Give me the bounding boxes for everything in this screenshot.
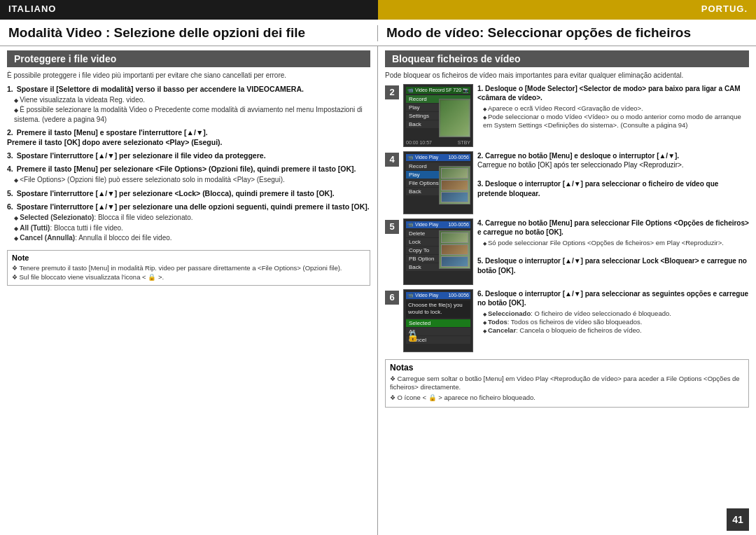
step-text-5: 4. Carregue no botão [Menu] para selecci… — [477, 218, 749, 285]
page: ITALIANO PORTUG. Modalità Video : Selezi… — [0, 0, 756, 535]
col-right: Bloquear ficheiros de vídeo Pode bloquea… — [378, 46, 756, 535]
step-content-4: 📹 Video Play 100-0056 Record Play File O… — [403, 151, 749, 214]
list-item: Sul file bloccato viene visualizzata l'i… — [12, 273, 365, 282]
intro-text-right: Pode bloquear os ficheiros de vídeo mais… — [385, 71, 749, 80]
notas-title: Notas — [390, 363, 744, 373]
note-title-left: Note — [12, 253, 365, 262]
intro-text-left: È possibile proteggere i file video più … — [7, 71, 370, 80]
lang-bar-italiano: ITALIANO — [0, 0, 378, 20]
list-item: Cancelar: Cancela o bloqueio de ficheiro… — [483, 326, 749, 335]
list-item: Pode seleccionar o modo Vídeo <Vídeo> ou… — [483, 113, 749, 130]
cam-screen-4: 📹 Video Play 100-0056 Record Play File O… — [403, 151, 473, 214]
lang-bars: ITALIANO PORTUG. — [0, 0, 756, 20]
page-number: 41 — [727, 508, 749, 531]
cam-topbar-4: 📹 Video Play 100-0056 — [406, 154, 470, 161]
cam-image-4 — [439, 166, 470, 204]
main-title-right: Modo de vídeo: Seleccionar opções de fic… — [378, 25, 756, 41]
list-item: 4. Premere il tasto [Menu] per seleziona… — [7, 164, 370, 185]
section-header-left: Proteggere i file video — [7, 50, 370, 67]
content-area: Proteggere i file video È possibile prot… — [0, 46, 756, 535]
cam-topbar-2: 📹 Video Record SF 720 📷 — [406, 87, 470, 94]
lock-icon: 🔒 — [407, 331, 419, 342]
selected-option: Selected — [406, 319, 470, 327]
right-step-5: 5 📹 Video Play 100-0056 Delete Lock Copy… — [385, 218, 749, 285]
list-item: 6. Spostare l'interruttore [▲/▼] per sel… — [7, 202, 370, 242]
cam-topbar-6: 📹 Video Play 100-0056 — [406, 292, 470, 299]
step-content-5: 📹 Video Play 100-0056 Delete Lock Copy T… — [403, 218, 749, 285]
step-badge-5: 5 — [385, 220, 399, 234]
notas-bullets: Carregue sem soltar o botão [Menu] em Vi… — [390, 375, 744, 403]
section-header-right: Bloquear ficheiros de vídeo — [385, 50, 749, 67]
cam-screen-2: 📹 Video Record SF 720 📷 Record Play Sett… — [403, 84, 473, 147]
list-item: Viene visualizzata la videata Reg. video… — [14, 95, 370, 104]
right-step-6: 6 📹 Video Play 100-0056 Choose the file(… — [385, 289, 749, 352]
section-title-right: Bloquear ficheiros de vídeo — [392, 53, 521, 64]
list-item: Só pode seleccionar File Options <Opções… — [483, 239, 749, 247]
lang-bar-portug: PORTUG. — [378, 0, 756, 20]
lang-label-portug: PORTUG. — [701, 4, 748, 14]
steps-list-left: 1. Spostare il [Selettore di modalità] v… — [7, 84, 370, 246]
list-item: Selected (Selezionato): Blocca il file v… — [14, 213, 370, 222]
main-title-left: Modalità Video : Selezione delle opzioni… — [0, 25, 378, 41]
step-content-6: 📹 Video Play 100-0056 Choose the file(s)… — [403, 289, 749, 352]
list-item: <File Options> (Opzioni file) può essere… — [14, 175, 370, 184]
notas-box: Notas Carregue sem soltar o botão [Menu]… — [385, 359, 749, 408]
cam-screen-5: 📹 Video Play 100-0056 Delete Lock Copy T… — [403, 218, 473, 285]
cam-image-2 — [439, 99, 470, 137]
page-title-left: Modalità Video : Selezione delle opzioni… — [8, 25, 369, 41]
col-left: Proteggere i file video È possibile prot… — [0, 46, 378, 535]
right-step-4: 4 📹 Video Play 100-0056 Record Play File… — [385, 151, 749, 214]
list-item: Todos: Todos os ficheiros de vídeo são b… — [483, 318, 749, 326]
step-badge-2: 2 — [385, 85, 399, 99]
step-badge-6: 6 — [385, 291, 399, 305]
section-title-left: Proteggere i file video — [14, 53, 116, 64]
note-bullets-left: Tenere premuto il tasto [Menu] in modali… — [12, 264, 365, 282]
note-box-left: Note Tenere premuto il tasto [Menu] in m… — [7, 250, 370, 285]
list-item: 3. Spostare l'interruttore [▲/▼] per sel… — [7, 151, 370, 160]
step-text-6: 6. Desloque o interruptor [▲/▼] para sel… — [477, 289, 749, 352]
list-item: All (Tutti): Blocca tutti i file video. — [14, 223, 370, 232]
main-titles: Modalità Video : Selezione delle opzioni… — [0, 20, 756, 46]
list-item: 5. Spostare l'interruttore [▲/▼] per sel… — [7, 188, 370, 198]
lang-label-italiano: ITALIANO — [8, 4, 56, 14]
list-item: 1. Spostare il [Selettore di modalità] v… — [7, 84, 370, 124]
cam-image-5 — [439, 230, 470, 269]
choose-overlay: Choose the file(s) you would to lock. — [406, 300, 470, 318]
list-item: O ícone < 🔒 > aparece no ficheiro bloque… — [390, 394, 744, 403]
list-item: È possibile selezionare la modalità Vide… — [14, 105, 370, 123]
right-step-2: 2 📹 Video Record SF 720 📷 Record Play Se… — [385, 84, 749, 147]
list-item: 2. Premere il tasto [Menu] e spostare l'… — [7, 127, 370, 147]
list-item: Cancel (Annulla): Annulla il blocco dei … — [14, 233, 370, 242]
step-text-4: 2. Carregue no botão [Menu] e desloque o… — [477, 151, 749, 214]
step-badge-4: 4 — [385, 153, 399, 167]
step-content-2: 📹 Video Record SF 720 📷 Record Play Sett… — [403, 84, 749, 147]
list-item: Seleccionado: O ficheiro de vídeo selecc… — [483, 310, 749, 318]
step-text-2: 1. Desloque o [Mode Selector] <Selector … — [477, 84, 749, 147]
list-item: Tenere premuto il tasto [Menu] in modali… — [12, 264, 365, 273]
cam-screen-6: 📹 Video Play 100-0056 Choose the file(s)… — [403, 289, 473, 352]
cam-topbar-5: 📹 Video Play 100-0056 — [406, 221, 470, 228]
list-item: Aparece o ecrã Vídeo Record <Gravação de… — [483, 104, 749, 113]
list-item: Carregue sem soltar o botão [Menu] em Vi… — [390, 375, 744, 392]
cam-bottombar-2: 00:00 10:57 STBY — [406, 140, 470, 145]
page-title-right: Modo de vídeo: Seleccionar opções de fic… — [386, 25, 748, 41]
